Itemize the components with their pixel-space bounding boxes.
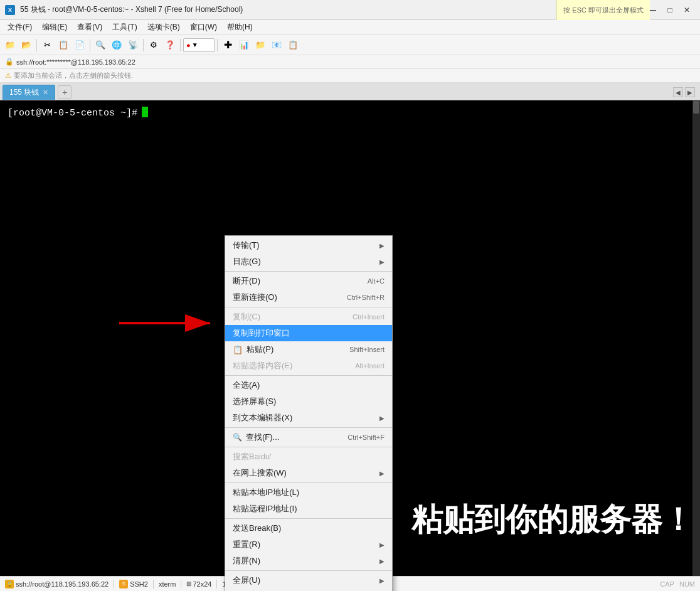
toolbar: 📁 📂 ✂ 📋 📄 🔍 🌐 📡 ⚙ ❓ ●▼ ✚ 📊 📁 📧 📋 [0,35,700,55]
menu-tabs[interactable]: 选项卡(B) [142,20,185,35]
info-icon: ⚠ [5,72,11,80]
toolbar-paste-btn[interactable]: 📄 [72,38,87,53]
ctx-select-screen[interactable]: 选择屏幕(S) [225,393,392,410]
ctx-sep1 [225,271,392,272]
ctx-paste-local-ip[interactable]: 粘贴本地IP地址(L) [225,484,392,501]
info-text: 要添加当前会话，点击左侧的箭头按钮. [14,71,133,80]
toolbar-action-btn3[interactable]: 📁 [253,38,268,53]
scroll-thumb[interactable] [693,101,699,114]
status-size: ⊞ 72x24 [186,580,211,588]
tab-nav: ◀ ▶ [673,87,695,97]
ctx-sep2 [225,307,392,307]
toolbar-action-btn4[interactable]: 📧 [269,38,284,53]
title-bar-text: 55 块钱 - root@VM-0-5-centos:~ - Xshell 7 … [20,4,243,15]
toolbar-action-btn2[interactable]: 📊 [236,38,252,53]
tab-add-btn[interactable]: + [58,85,72,99]
ctx-fullscreen[interactable]: 全屏(U) ▶ [225,572,392,588]
ctx-paste[interactable]: 📋 粘贴(P) Shift+Insert [225,341,392,358]
status-sep2 [153,580,154,588]
toolbar-help-btn[interactable]: ❓ [162,38,178,53]
title-bar: X 55 块钱 - root@VM-0-5-centos:~ - Xshell … [0,0,700,20]
tab-nav-prev[interactable]: ◀ [673,87,683,97]
ctx-search-online[interactable]: 在网上搜索(W) ▶ [225,465,392,481]
tab-bar: 155 块钱 ✕ + ◀ ▶ [0,83,700,100]
ctx-sep4 [225,427,392,428]
toolbar-connect-btn[interactable]: 📡 [125,38,141,53]
status-caps: CAP [660,580,674,588]
menu-window[interactable]: 窗口(W) [185,20,222,35]
ctx-send-all[interactable]: 发送键输入到所有会话(K) [225,588,392,591]
toolbar-transfer-btn[interactable]: ●▼ [183,38,215,52]
ctx-find[interactable]: 🔍 查找(F)... Ctrl+Shift+F [225,429,392,445]
tab-active[interactable]: 155 块钱 ✕ [3,85,55,100]
ssh-bar: 🔒 ssh://root:*********@118.195.193.65:22 [0,55,700,69]
status-terminal: xterm [159,580,176,588]
context-menu: 传输(T) ▶ 日志(G) ▶ 断开(D) Alt+C 重新连接(O) Ctrl… [225,235,393,591]
ctx-paste-sel[interactable]: 粘贴选择内容(E) Alt+Insert [225,358,392,374]
menu-bar: 文件(F) 编辑(E) 查看(V) 工具(T) 选项卡(B) 窗口(W) 帮助(… [0,20,700,35]
info-bar: ⚠ 要添加当前会话，点击左侧的箭头按钮. [0,69,700,83]
toolbar-copy-btn[interactable]: 📋 [56,38,71,53]
status-address: 🔒 ssh://root@118.195.193.65:22 [5,580,109,588]
menu-tools[interactable]: 工具(T) [107,20,142,35]
ctx-copy-print[interactable]: 复制到打印窗口 [225,325,392,341]
toolbar-settings-btn[interactable]: ⚙ [146,38,161,53]
ctx-disconnect[interactable]: 断开(D) Alt+C [225,273,392,289]
terminal-prompt: [root@VM-0-5-centos ~]# [8,108,137,119]
ctx-sep3 [225,375,392,376]
ctx-clear[interactable]: 清屏(N) ▶ [225,553,392,569]
ctx-reset[interactable]: 重置(R) ▶ [225,536,392,553]
status-num: NUM [679,580,695,588]
maximize-btn[interactable]: □ [662,3,678,17]
ctx-sep7 [225,518,392,519]
status-lock-icon: 🔒 [5,580,14,588]
status-protocol-icon: S [119,580,128,588]
menu-view[interactable]: 查看(V) [72,20,107,35]
ctx-send-break[interactable]: 发送Break(B) [225,520,392,536]
close-btn[interactable]: ✕ [679,3,695,17]
ctx-sep6 [225,482,392,483]
ctx-to-editor[interactable]: 到文本编辑器(X) ▶ [225,410,392,426]
tab-close-btn[interactable]: ✕ [43,88,48,97]
ctx-transfer[interactable]: 传输(T) ▶ [225,237,392,253]
menu-help[interactable]: 帮助(H) [222,20,258,35]
tab-label: 155 块钱 [9,87,39,98]
status-sep3 [181,580,181,588]
lock-icon: 🔒 [5,58,14,66]
toolbar-new-btn[interactable]: 📁 [3,38,18,53]
notification-bar: 按 ESC 即可退出全屏模式 [556,0,650,20]
toolbar-action-btn1[interactable]: ✚ [220,38,235,53]
toolbar-cut-btn[interactable]: ✂ [40,38,55,53]
menu-file[interactable]: 文件(F) [3,20,37,35]
ctx-sep5 [225,447,392,447]
terminal-cursor [142,107,148,117]
ctx-select-all[interactable]: 全选(A) [225,377,392,393]
tab-nav-next[interactable]: ▶ [685,87,695,97]
status-protocol: S SSH2 [119,580,148,588]
toolbar-action-btn5[interactable]: 📋 [285,38,300,53]
toolbar-globe-btn[interactable]: 🌐 [109,38,124,53]
terminal-area[interactable]: [root@VM-0-5-centos ~]# 传输(T) ▶ 日志(G) ▶ [0,100,700,578]
ctx-search-baidu-text[interactable]: 搜索Baidu' [225,449,392,465]
ctx-reconnect[interactable]: 重新连接(O) Ctrl+Shift+R [225,289,392,306]
ctx-paste-remote-ip[interactable]: 粘贴远程IP地址(I) [225,501,392,517]
ctx-log[interactable]: 日志(G) ▶ [225,253,392,270]
ctx-copy[interactable]: 复制(C) Ctrl+Insert [225,309,392,325]
bottom-annotation: 粘贴到你的服务器！ [411,499,694,541]
ctx-sep8 [225,570,392,571]
app-icon: X [5,5,15,15]
terminal-content: [root@VM-0-5-centos ~]# [0,100,700,125]
menu-edit[interactable]: 编辑(E) [37,20,72,35]
ssh-address: ssh://root:*********@118.195.193.65:22 [16,58,135,66]
status-sep4 [216,580,217,588]
toolbar-open-btn[interactable]: 📂 [19,38,34,53]
status-sep1 [114,580,114,588]
red-arrow [119,314,220,334]
scroll-bar[interactable] [692,100,700,578]
window-controls: ─ □ ✕ [645,3,695,17]
toolbar-find-btn[interactable]: 🔍 [93,38,108,53]
